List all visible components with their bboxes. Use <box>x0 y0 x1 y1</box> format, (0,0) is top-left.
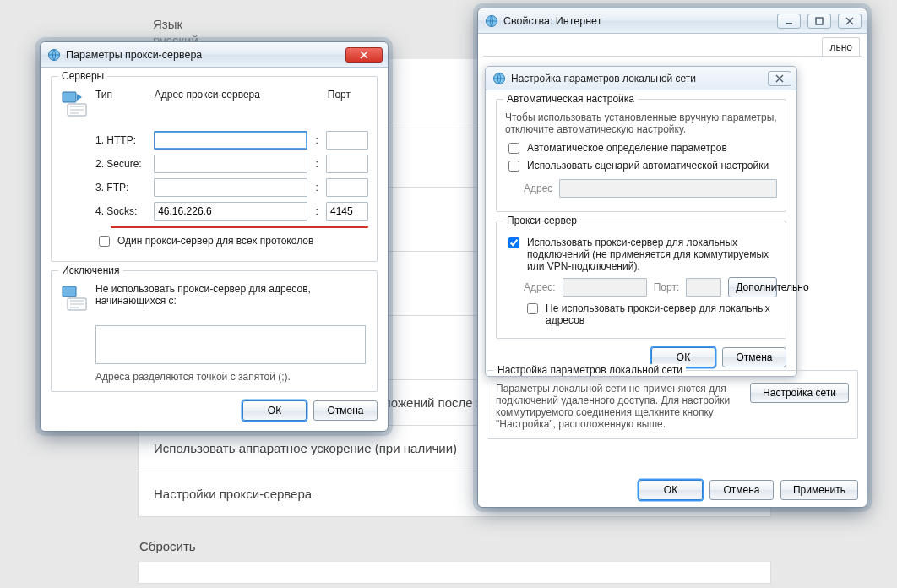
use-proxy-label: Использовать прокси-сервер для локальных… <box>527 237 777 272</box>
proxy-addr-input <box>563 278 647 297</box>
bypass-local-checkbox[interactable]: Не использовать прокси-сервер для локаль… <box>524 302 777 326</box>
tab-underline <box>483 56 862 57</box>
close-button[interactable] <box>838 14 862 29</box>
bypass-local-input[interactable] <box>527 303 538 314</box>
group-lan-section-legend: Настройка параметров локальной сети <box>494 364 686 376</box>
colon: : <box>314 158 319 170</box>
lan-titlebar[interactable]: Настройка параметров локальной сети <box>486 67 796 90</box>
col-type: Тип <box>95 89 148 101</box>
proxy-port-label: Порт: <box>654 281 680 293</box>
group-auto-config: Автоматическая настройка Чтобы использов… <box>496 99 786 212</box>
row-socks-label: 4. Socks: <box>95 205 147 217</box>
globe-icon <box>492 72 506 85</box>
use-script-input[interactable] <box>508 161 519 172</box>
bg-row-after-reset <box>138 562 771 584</box>
lan-title: Настройка параметров локальной сети <box>511 73 696 84</box>
use-script-label: Использовать сценарий автоматической нас… <box>527 160 769 172</box>
internet-properties-window: Свойства: Интернет льно Настройка параме… <box>477 8 867 508</box>
socks-port-input[interactable] <box>326 202 368 220</box>
globe-icon <box>485 14 498 28</box>
group-auto-config-legend: Автоматическая настройка <box>503 93 638 105</box>
proxy-settings-dialog: Параметры прокси-сервера Серверы Тип Адр… <box>40 41 389 432</box>
auto-detect-input[interactable] <box>508 143 519 154</box>
exceptions-icon <box>60 283 90 313</box>
minimize-button[interactable] <box>777 14 801 29</box>
row-secure-label: 2. Secure: <box>95 158 147 170</box>
lan-settings-button[interactable]: Настройка сети <box>750 383 849 403</box>
one-proxy-checkbox[interactable]: Один прокси-сервер для всех протоколов <box>95 235 368 249</box>
auto-detect-checkbox[interactable]: Автоматическое определение параметров <box>505 142 777 156</box>
inet-apply-button[interactable]: Применить <box>780 480 858 500</box>
ftp-port-input[interactable] <box>326 178 368 197</box>
col-addr: Адрес прокси-сервера <box>155 89 309 101</box>
proxy-port-input <box>686 278 721 297</box>
row-http-label: 1. HTTP: <box>95 134 147 146</box>
group-exceptions-legend: Исключения <box>58 264 123 276</box>
bg-row-hwaccel-label: Использовать аппаратное ускорение (при н… <box>154 441 457 455</box>
maximize-button[interactable] <box>807 14 831 29</box>
svg-rect-2 <box>816 18 823 24</box>
exceptions-hint: Адреса разделяются точкой с запятой (;). <box>95 371 368 383</box>
lan-settings-dialog: Настройка параметров локальной сети Авто… <box>485 66 797 377</box>
exceptions-note: Не использовать прокси-сервер для адресо… <box>95 283 368 307</box>
auto-detect-label: Автоматическое определение параметров <box>527 142 727 154</box>
globe-icon <box>47 48 61 62</box>
inet-title: Свойства: Интернет <box>503 15 601 27</box>
close-button[interactable] <box>768 71 791 86</box>
socks-addr-input[interactable] <box>154 202 307 220</box>
col-port: Порт <box>328 89 368 101</box>
one-proxy-label: Один прокси-сервер для всех протоколов <box>117 235 313 247</box>
one-proxy-input[interactable] <box>99 236 110 247</box>
colon: : <box>314 134 319 146</box>
bg-section-reset: Сбросить <box>139 539 771 553</box>
ftp-addr-input[interactable] <box>154 178 307 197</box>
proxy-cancel-button[interactable]: Отмена <box>313 400 378 421</box>
group-proxy-server: Прокси-сервер Использовать прокси-сервер… <box>496 220 786 339</box>
secure-port-input[interactable] <box>326 155 368 173</box>
proxy-title: Параметры прокси-сервера <box>66 49 202 61</box>
svg-rect-7 <box>63 286 76 297</box>
bg-row-proxy-label: Настройки прокси-сервера <box>154 487 312 501</box>
inet-titlebar[interactable]: Свойства: Интернет <box>478 8 867 34</box>
inet-ok-button[interactable]: ОК <box>639 480 703 500</box>
group-servers-legend: Серверы <box>58 70 107 82</box>
group-servers: Серверы Тип Адрес прокси-сервера Порт 1.… <box>51 76 378 262</box>
lan-section-text: Параметры локальной сети не применяются … <box>496 383 740 430</box>
close-button[interactable] <box>345 47 383 63</box>
svg-rect-5 <box>63 92 76 102</box>
bypass-local-label: Не использовать прокси-сервер для локаль… <box>546 302 777 326</box>
http-addr-input[interactable] <box>154 131 307 150</box>
group-exceptions: Исключения Не использовать прокси-сервер… <box>51 270 378 392</box>
proxy-addr-label: Адрес: <box>524 281 556 293</box>
advanced-button[interactable]: Дополнительно <box>728 277 777 297</box>
proxy-ok-button[interactable]: ОК <box>242 400 307 421</box>
use-proxy-input[interactable] <box>508 237 519 248</box>
script-addr-label: Адрес <box>524 182 552 194</box>
tab-partial-label: льно <box>829 41 852 53</box>
inet-cancel-button[interactable]: Отмена <box>709 480 774 500</box>
use-proxy-checkbox[interactable]: Использовать прокси-сервер для локальных… <box>505 237 777 272</box>
red-underline <box>111 226 368 228</box>
auto-config-note: Чтобы использовать установленные вручную… <box>505 112 777 135</box>
script-addr-input <box>559 179 777 198</box>
group-proxy-server-legend: Прокси-сервер <box>503 215 580 226</box>
tab-partial[interactable]: льно <box>822 37 860 57</box>
colon: : <box>314 182 319 193</box>
http-port-input[interactable] <box>326 131 368 150</box>
row-ftp-label: 3. FTP: <box>95 182 147 193</box>
proxy-titlebar[interactable]: Параметры прокси-сервера <box>41 42 388 68</box>
group-lan-section: Настройка параметров локальной сети Пара… <box>487 370 858 439</box>
servers-icon <box>60 89 90 119</box>
exceptions-textarea[interactable] <box>95 325 366 364</box>
svg-rect-1 <box>786 23 792 24</box>
secure-addr-input[interactable] <box>154 155 307 173</box>
use-script-checkbox[interactable]: Использовать сценарий автоматической нас… <box>505 160 777 174</box>
colon: : <box>314 205 319 217</box>
lan-cancel-button[interactable]: Отмена <box>722 347 786 368</box>
